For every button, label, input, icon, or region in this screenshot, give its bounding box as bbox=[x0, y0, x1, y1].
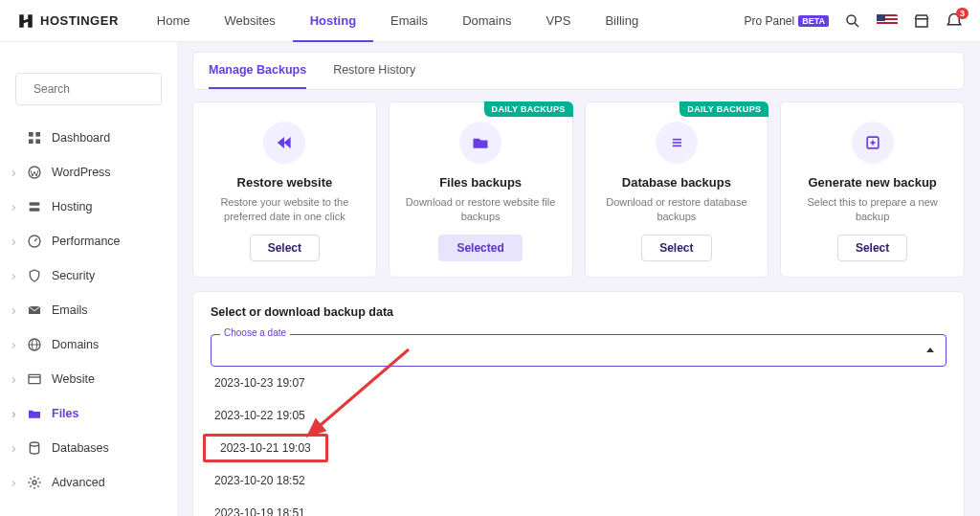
svg-rect-2 bbox=[916, 18, 927, 26]
gear-icon bbox=[27, 475, 42, 490]
sidebar-item-domains[interactable]: Domains bbox=[15, 327, 162, 362]
svg-rect-5 bbox=[29, 132, 33, 137]
svg-line-1 bbox=[855, 23, 858, 27]
sidebar-item-databases[interactable]: Databases bbox=[15, 431, 162, 465]
rewind-icon bbox=[263, 122, 305, 164]
nav-link-billing[interactable]: Billing bbox=[588, 0, 656, 42]
date-option[interactable]: 2023-10-23 19:07 bbox=[193, 367, 964, 399]
backup-cards: Restore websiteRestore your website to t… bbox=[192, 101, 965, 278]
main-content: Manage BackupsRestore History Restore we… bbox=[177, 42, 980, 516]
sidebar-item-website[interactable]: Website bbox=[15, 362, 162, 396]
hostinger-logo-icon bbox=[17, 12, 34, 30]
list-icon bbox=[656, 122, 698, 164]
sidebar-item-wordpress[interactable]: WordPress bbox=[15, 155, 162, 190]
card-title: Files backups bbox=[401, 175, 561, 190]
card-select-button[interactable]: Select bbox=[837, 235, 907, 261]
plus-icon bbox=[852, 122, 894, 164]
sidebar-item-label: Domains bbox=[52, 338, 99, 351]
sidebar-search[interactable] bbox=[15, 73, 162, 105]
sidebar-item-label: WordPress bbox=[52, 166, 111, 179]
svg-rect-7 bbox=[29, 139, 33, 144]
card-title: Generate new backup bbox=[792, 175, 952, 190]
card-title: Database backups bbox=[597, 175, 757, 190]
card-select-button[interactable]: Selected bbox=[438, 235, 522, 261]
sidebar-item-performance[interactable]: Performance bbox=[15, 224, 162, 258]
card-title: Restore website bbox=[205, 175, 365, 190]
notifications-icon[interactable]: 3 bbox=[946, 12, 963, 30]
date-option[interactable]: 2023-10-19 18:51 bbox=[193, 497, 964, 516]
daily-backups-badge: DAILY BACKUPS bbox=[484, 101, 573, 117]
sidebar-item-label: Files bbox=[52, 407, 79, 420]
window-icon bbox=[27, 371, 42, 387]
date-picker[interactable]: Choose a date bbox=[211, 334, 947, 367]
folder-icon bbox=[459, 122, 501, 164]
date-field-label: Choose a date bbox=[220, 327, 290, 338]
mail-icon bbox=[27, 303, 42, 318]
locale-flag-us[interactable] bbox=[877, 14, 898, 28]
panel-title: Select or download backup data bbox=[211, 305, 947, 319]
wordpress-icon bbox=[27, 165, 42, 180]
sidebar-search-input[interactable] bbox=[33, 82, 177, 96]
sidebar-item-label: Performance bbox=[52, 235, 121, 248]
nav-link-hosting[interactable]: Hosting bbox=[293, 0, 373, 42]
date-option[interactable]: 2023-10-20 18:52 bbox=[193, 464, 964, 497]
nav-links: HomeWebsitesHostingEmailsDomainsVPSBilli… bbox=[140, 0, 656, 42]
sidebar-item-dashboard[interactable]: Dashboard bbox=[15, 121, 162, 155]
sidebar-item-files[interactable]: Files bbox=[15, 396, 162, 431]
svg-point-20 bbox=[30, 442, 38, 446]
card-select-button[interactable]: Select bbox=[641, 235, 711, 261]
date-option[interactable]: 2023-10-21 19:03 bbox=[203, 434, 328, 462]
shield-icon bbox=[27, 268, 42, 283]
folder-icon bbox=[27, 406, 42, 421]
sidebar-item-hosting[interactable]: Hosting bbox=[15, 190, 162, 224]
sidebar-item-label: Emails bbox=[52, 303, 88, 317]
nav-link-vps[interactable]: VPS bbox=[528, 0, 588, 42]
server-icon bbox=[27, 199, 42, 214]
pro-panel-link[interactable]: Pro Panel BETA bbox=[744, 14, 829, 28]
brand-logo[interactable]: HOSTINGER bbox=[17, 12, 119, 30]
notifications-count: 3 bbox=[956, 8, 969, 19]
sidebar: DashboardWordPressHostingPerformanceSecu… bbox=[0, 42, 177, 516]
sidebar-item-label: Security bbox=[52, 269, 95, 282]
tab-manage-backups[interactable]: Manage Backups bbox=[209, 53, 306, 89]
svg-point-21 bbox=[33, 481, 36, 484]
sidebar-item-label: Hosting bbox=[52, 200, 92, 213]
date-field[interactable] bbox=[211, 334, 947, 367]
top-nav: HOSTINGER HomeWebsitesHostingEmailsDomai… bbox=[0, 0, 980, 42]
nav-right: Pro Panel BETA 3 bbox=[744, 12, 963, 30]
nav-link-domains[interactable]: Domains bbox=[445, 0, 528, 42]
card-description: Restore your website to the preferred da… bbox=[205, 195, 365, 225]
sidebar-item-label: Website bbox=[52, 372, 95, 386]
beta-badge: BETA bbox=[798, 15, 829, 27]
svg-rect-10 bbox=[30, 202, 40, 205]
sidebar-item-security[interactable]: Security bbox=[15, 258, 162, 293]
card-database-backups: DAILY BACKUPSDatabase backupsDownload or… bbox=[585, 101, 769, 278]
sidebar-item-advanced[interactable]: Advanced bbox=[15, 465, 162, 500]
gauge-icon bbox=[27, 234, 42, 249]
svg-point-0 bbox=[847, 15, 856, 24]
card-select-button[interactable]: Select bbox=[250, 235, 320, 261]
sidebar-item-label: Databases bbox=[52, 441, 109, 455]
caret-up-icon bbox=[926, 348, 934, 352]
svg-line-13 bbox=[34, 238, 37, 241]
card-files-backups: DAILY BACKUPSFiles backupsDownload or re… bbox=[389, 101, 573, 278]
svg-rect-6 bbox=[35, 132, 40, 137]
sidebar-item-label: Dashboard bbox=[52, 131, 110, 145]
daily-backups-badge: DAILY BACKUPS bbox=[679, 101, 768, 117]
backup-tabs: Manage BackupsRestore History bbox=[192, 52, 965, 90]
dashboard-icon bbox=[27, 130, 42, 146]
store-icon[interactable] bbox=[913, 12, 930, 30]
tab-restore-history[interactable]: Restore History bbox=[333, 53, 415, 89]
date-options-list: 2023-10-23 19:072023-10-22 19:052023-10-… bbox=[193, 367, 964, 516]
search-icon[interactable] bbox=[844, 12, 861, 30]
card-description: Select this to prepare a new backup bbox=[792, 195, 952, 225]
svg-rect-18 bbox=[29, 374, 40, 383]
sidebar-item-emails[interactable]: Emails bbox=[15, 293, 162, 327]
nav-link-emails[interactable]: Emails bbox=[373, 0, 445, 42]
nav-link-websites[interactable]: Websites bbox=[207, 0, 292, 42]
nav-link-home[interactable]: Home bbox=[140, 0, 208, 42]
backup-data-panel: Select or download backup data Choose a … bbox=[192, 291, 965, 516]
date-option[interactable]: 2023-10-22 19:05 bbox=[193, 399, 964, 432]
card-description: Download or restore database backups bbox=[597, 195, 757, 225]
domain-hint bbox=[15, 46, 162, 63]
